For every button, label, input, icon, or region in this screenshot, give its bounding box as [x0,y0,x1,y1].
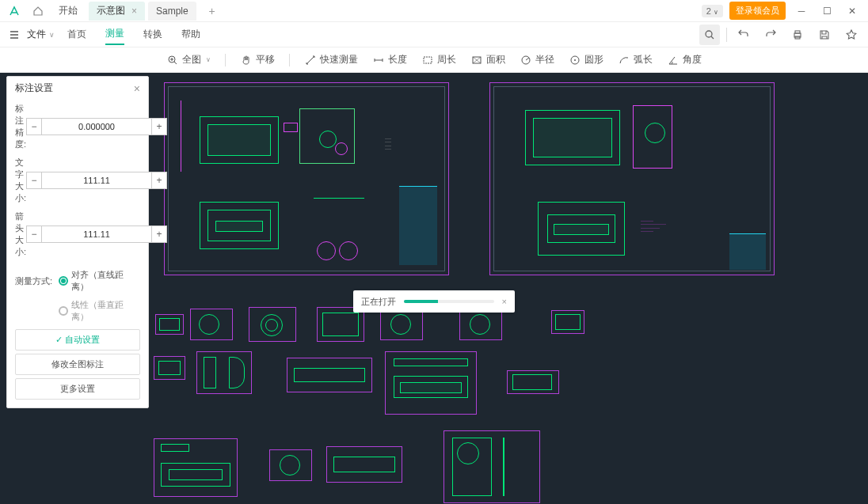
tool-arc[interactable]: 弧长 [618,53,653,66]
svg-point-0 [706,31,712,37]
drawing-frame [326,446,402,483]
increment-button[interactable]: + [151,118,167,135]
close-icon[interactable]: × [131,6,137,17]
menu-convert[interactable]: 转换 [143,25,162,44]
decrement-button[interactable]: − [26,172,42,189]
app-logo-icon [5,2,24,21]
arrowsize-label: 箭头大小: [15,210,26,258]
chevron-down-icon: ∨ [206,56,211,63]
tool-perimeter[interactable]: 周长 [421,53,456,66]
radio-linear[interactable] [59,306,68,316]
area-icon [470,54,483,66]
svg-rect-2 [795,31,800,33]
drawing-frame: ———————— [164,82,449,275]
drawing-frame [380,309,423,340]
tool-area[interactable]: 面积 [470,53,505,66]
textsize-stepper: − + [26,172,167,189]
svg-rect-5 [424,57,432,63]
file-menu[interactable]: 文件 [27,28,46,41]
tab-label: 开始 [59,4,78,17]
textsize-input[interactable] [42,172,151,189]
separator [225,54,226,66]
hamburger-icon[interactable] [6,27,22,43]
drawing-frame [269,449,312,481]
drawing-frame [444,430,540,503]
version-badge[interactable]: 2 ∨ [702,5,723,17]
drawing-frame [551,310,584,334]
tab-sample[interactable]: Sample [148,2,196,21]
print-icon[interactable] [787,25,808,45]
tool-radius[interactable]: 半径 [520,53,554,66]
radio-align-label: 对齐（直线距离） [71,269,140,293]
radio-align[interactable] [59,276,68,286]
undo-icon[interactable] [733,25,754,45]
login-button[interactable]: 登录领会员 [729,2,786,20]
tab-start[interactable]: 开始 [51,2,86,21]
menu-home[interactable]: 首页 [67,25,86,44]
close-icon[interactable]: × [502,297,507,306]
menubar: 文件 ∨ 首页 测量 转换 帮助 [0,22,868,47]
precision-stepper: − + [26,118,167,135]
more-settings-button[interactable]: 更多设置 [15,378,140,400]
minimize-icon[interactable]: ─ [792,2,811,21]
svg-point-9 [574,59,576,61]
modify-all-button[interactable]: 修改全图标注 [15,354,140,375]
method-label: 测量方式: [15,275,59,287]
progress-bar [404,300,494,303]
increment-button[interactable]: + [151,225,167,243]
tool-quick-measure[interactable]: 快速测量 [304,53,358,66]
zoom-extents-icon [166,54,179,66]
quick-measure-icon [304,54,317,66]
save-icon[interactable] [814,25,835,45]
menu-help[interactable]: 帮助 [181,25,200,44]
drawing-frame: —————————————————————— [489,82,775,275]
drawing-frame [249,307,296,342]
auto-settings-button[interactable]: 自动设置 [15,329,140,351]
tab-label: 示意图 [97,4,125,17]
tool-angle[interactable]: 角度 [667,53,702,66]
chevron-down-icon[interactable]: ∨ [49,31,55,39]
tab-schematic[interactable]: 示意图 × [89,2,145,21]
tool-fit[interactable]: 全图∨ [166,53,211,66]
textsize-label: 文字大小: [15,157,26,204]
drawing-frame [385,351,477,415]
precision-label: 标注精度: [15,103,26,150]
hand-icon [240,54,253,66]
home-icon[interactable] [29,2,48,21]
tab-label: Sample [156,6,188,17]
tool-circle[interactable]: 圆形 [569,53,603,66]
precision-input[interactable] [42,118,151,135]
panel-title: 标注设置 [15,81,53,95]
drawing-frame [155,314,184,335]
measure-toolbar: 全图∨ 平移 快速测量 长度 周长 面积 半径 圆形 弧长 角度 [0,47,868,73]
drawing-frame [459,309,502,340]
drawing-frame [190,309,233,340]
titlebar: 开始 示意图 × Sample + 2 ∨ 登录领会员 ─ ☐ ✕ [0,0,868,22]
maximize-icon[interactable]: ☐ [817,2,836,21]
radio-linear-label: 线性（垂直距离） [71,299,140,323]
close-icon[interactable]: × [134,82,140,95]
star-icon[interactable] [841,25,862,45]
length-icon [372,54,385,66]
search-icon[interactable] [699,25,720,45]
drawing-frame [507,370,559,394]
drawing-frame [287,358,372,392]
drawing-frame [196,351,252,394]
decrement-button[interactable]: − [26,118,42,135]
arrowsize-input[interactable] [42,225,151,243]
decrement-button[interactable]: − [26,225,42,243]
tool-length[interactable]: 长度 [372,53,407,66]
redo-icon[interactable] [760,25,781,45]
arrowsize-stepper: − + [26,225,167,243]
annotation-settings-panel: 标注设置 × 标注精度: − + 文字大小: − + 箭头大小: − + 测量方… [6,76,149,408]
drawing-frame [154,356,185,380]
close-window-icon[interactable]: ✕ [843,2,862,21]
circle-icon [569,54,581,66]
arc-icon [618,54,630,66]
separator [726,28,727,42]
add-tab-button[interactable]: + [203,2,222,21]
tool-pan[interactable]: 平移 [240,53,275,66]
separator [289,54,290,66]
menu-measure[interactable]: 测量 [105,24,124,45]
increment-button[interactable]: + [151,172,167,189]
